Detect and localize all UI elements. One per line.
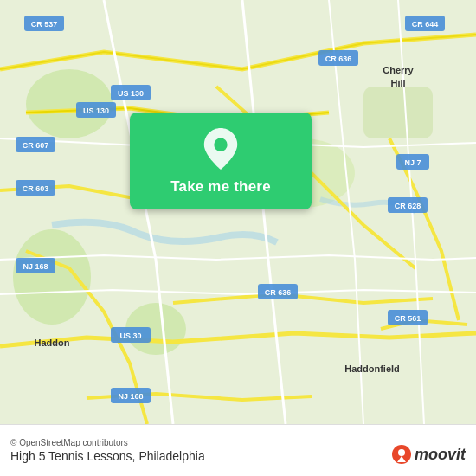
svg-text:CR 561: CR 561 [395,314,421,323]
svg-text:CR 607: CR 607 [23,141,49,150]
bottom-bar: © OpenStreetMap contributors High 5 Tenn… [0,424,476,476]
moovit-brand-text: moovit [415,446,466,464]
svg-point-2 [13,229,91,325]
svg-point-40 [398,449,405,456]
svg-text:US 30: US 30 [119,331,141,340]
moovit-logo: moovit [392,445,466,464]
svg-text:Hill: Hill [390,78,405,88]
svg-text:CR 636: CR 636 [325,55,352,63]
svg-text:NJ 7: NJ 7 [404,158,421,167]
cta-label: Take me there [170,178,271,196]
location-pin-icon [203,128,238,170]
svg-text:Cherry: Cherry [383,65,414,75]
svg-text:NJ 168: NJ 168 [118,392,143,401]
svg-text:CR 603: CR 603 [23,184,49,193]
svg-text:US 130: US 130 [118,89,144,98]
svg-point-38 [214,138,227,151]
svg-rect-5 [363,87,433,138]
svg-text:CR 644: CR 644 [412,20,439,29]
map-area: CR 537 US 130 CR 644 CR 607 US 130 CR 63… [0,0,476,424]
moovit-icon [392,445,411,464]
svg-text:CR 628: CR 628 [395,202,421,210]
svg-text:US 130: US 130 [83,106,109,115]
svg-text:CR 537: CR 537 [31,20,58,29]
map-svg: CR 537 US 130 CR 644 CR 607 US 130 CR 63… [0,0,476,424]
svg-text:Haddonfield: Haddonfield [344,363,400,374]
svg-text:NJ 168: NJ 168 [23,262,48,271]
svg-text:Haddon: Haddon [35,338,70,348]
cta-button[interactable]: Take me there [130,113,312,209]
svg-text:CR 636: CR 636 [265,288,292,297]
